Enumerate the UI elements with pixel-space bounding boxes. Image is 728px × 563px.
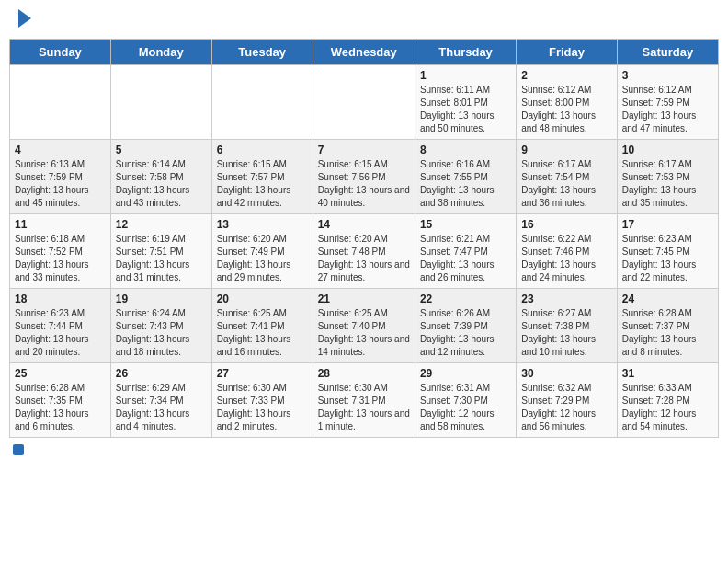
day-number: 6 [217,144,308,156]
calendar-cell: 31Sunrise: 6:33 AM Sunset: 7:28 PM Dayli… [617,363,718,438]
calendar-cell: 30Sunrise: 6:32 AM Sunset: 7:29 PM Dayli… [517,363,617,438]
calendar-week-row: 4Sunrise: 6:13 AM Sunset: 7:59 PM Daylig… [10,140,719,214]
day-info: Sunrise: 6:25 AM Sunset: 7:41 PM Dayligh… [217,307,308,359]
day-number: 27 [217,367,308,380]
day-info: Sunrise: 6:26 AM Sunset: 7:39 PM Dayligh… [420,307,511,359]
calendar-cell [10,65,111,140]
day-info: Sunrise: 6:30 AM Sunset: 7:33 PM Dayligh… [217,382,308,433]
day-number: 15 [420,218,511,231]
day-info: Sunrise: 6:22 AM Sunset: 7:46 PM Dayligh… [521,233,611,284]
day-number: 23 [521,293,611,305]
day-info: Sunrise: 6:12 AM Sunset: 8:00 PM Dayligh… [521,84,611,135]
day-number: 17 [622,218,713,231]
day-info: Sunrise: 6:24 AM Sunset: 7:43 PM Dayligh… [116,307,207,359]
day-info: Sunrise: 6:15 AM Sunset: 7:57 PM Dayligh… [217,158,308,210]
day-info: Sunrise: 6:28 AM Sunset: 7:35 PM Dayligh… [15,382,106,433]
calendar-day-header: Saturday [617,40,718,65]
day-info: Sunrise: 6:19 AM Sunset: 7:51 PM Dayligh… [116,233,207,284]
day-number: 21 [318,293,410,305]
calendar-cell: 1Sunrise: 6:11 AM Sunset: 8:01 PM Daylig… [415,65,516,140]
day-number: 19 [116,293,207,305]
calendar-cell: 5Sunrise: 6:14 AM Sunset: 7:58 PM Daylig… [110,140,211,214]
logo-arrow-icon [18,9,31,28]
calendar-cell: 9Sunrise: 6:17 AM Sunset: 7:54 PM Daylig… [517,140,617,214]
day-info: Sunrise: 6:29 AM Sunset: 7:34 PM Dayligh… [116,382,207,433]
calendar-table: SundayMondayTuesdayWednesdayThursdayFrid… [9,39,719,438]
calendar-cell: 10Sunrise: 6:17 AM Sunset: 7:53 PM Dayli… [617,140,718,214]
day-number: 4 [15,144,106,156]
calendar-cell: 16Sunrise: 6:22 AM Sunset: 7:46 PM Dayli… [517,214,617,289]
day-number: 7 [318,144,410,156]
calendar-cell: 13Sunrise: 6:20 AM Sunset: 7:49 PM Dayli… [211,214,313,289]
day-number: 16 [521,218,611,231]
day-info: Sunrise: 6:16 AM Sunset: 7:55 PM Dayligh… [420,158,511,210]
calendar-cell: 2Sunrise: 6:12 AM Sunset: 8:00 PM Daylig… [517,65,617,140]
day-info: Sunrise: 6:13 AM Sunset: 7:59 PM Dayligh… [15,158,106,210]
page-header [9,9,719,31]
calendar-cell: 11Sunrise: 6:18 AM Sunset: 7:52 PM Dayli… [10,214,111,289]
day-number: 13 [217,218,308,231]
day-number: 14 [318,218,410,231]
calendar-cell: 15Sunrise: 6:21 AM Sunset: 7:47 PM Dayli… [415,214,516,289]
calendar-cell: 20Sunrise: 6:25 AM Sunset: 7:41 PM Dayli… [211,289,313,363]
day-info: Sunrise: 6:27 AM Sunset: 7:38 PM Dayligh… [521,307,611,359]
day-info: Sunrise: 6:20 AM Sunset: 7:48 PM Dayligh… [318,233,410,284]
calendar-header-row: SundayMondayTuesdayWednesdayThursdayFrid… [10,40,719,65]
calendar-day-header: Thursday [415,40,516,65]
day-number: 20 [217,293,308,305]
calendar-cell: 28Sunrise: 6:30 AM Sunset: 7:31 PM Dayli… [313,363,415,438]
calendar-cell: 26Sunrise: 6:29 AM Sunset: 7:34 PM Dayli… [110,363,211,438]
calendar-week-row: 18Sunrise: 6:23 AM Sunset: 7:44 PM Dayli… [10,289,719,363]
day-info: Sunrise: 6:18 AM Sunset: 7:52 PM Dayligh… [15,233,106,284]
logo [17,13,31,28]
day-info: Sunrise: 6:32 AM Sunset: 7:29 PM Dayligh… [521,382,611,433]
day-info: Sunrise: 6:15 AM Sunset: 7:56 PM Dayligh… [318,158,410,210]
calendar-cell: 8Sunrise: 6:16 AM Sunset: 7:55 PM Daylig… [415,140,516,214]
calendar-week-row: 1Sunrise: 6:11 AM Sunset: 8:01 PM Daylig… [10,65,719,140]
calendar-cell: 3Sunrise: 6:12 AM Sunset: 7:59 PM Daylig… [617,65,718,140]
day-info: Sunrise: 6:12 AM Sunset: 7:59 PM Dayligh… [622,84,713,135]
day-info: Sunrise: 6:17 AM Sunset: 7:54 PM Dayligh… [521,158,611,210]
day-number: 1 [420,69,511,82]
calendar-cell: 23Sunrise: 6:27 AM Sunset: 7:38 PM Dayli… [517,289,617,363]
day-number: 31 [622,367,713,380]
calendar-day-header: Friday [517,40,617,65]
day-info: Sunrise: 6:25 AM Sunset: 7:40 PM Dayligh… [318,307,410,359]
calendar-cell: 22Sunrise: 6:26 AM Sunset: 7:39 PM Dayli… [415,289,516,363]
calendar-day-header: Monday [110,40,211,65]
day-number: 5 [116,144,207,156]
day-number: 18 [15,293,106,305]
calendar-day-header: Sunday [10,40,111,65]
day-number: 12 [116,218,207,231]
day-info: Sunrise: 6:28 AM Sunset: 7:37 PM Dayligh… [622,307,713,359]
day-number: 10 [622,144,713,156]
day-number: 26 [116,367,207,380]
day-info: Sunrise: 6:33 AM Sunset: 7:28 PM Dayligh… [622,382,713,433]
calendar-cell [110,65,211,140]
calendar-footer [9,443,719,455]
day-number: 3 [622,69,713,82]
day-number: 29 [420,367,511,380]
calendar-cell: 25Sunrise: 6:28 AM Sunset: 7:35 PM Dayli… [10,363,111,438]
daylight-dot-icon [13,444,24,455]
day-info: Sunrise: 6:30 AM Sunset: 7:31 PM Dayligh… [318,382,410,433]
day-number: 30 [521,367,611,380]
calendar-cell [313,65,415,140]
day-info: Sunrise: 6:11 AM Sunset: 8:01 PM Dayligh… [420,84,511,135]
calendar-week-row: 11Sunrise: 6:18 AM Sunset: 7:52 PM Dayli… [10,214,719,289]
calendar-cell: 4Sunrise: 6:13 AM Sunset: 7:59 PM Daylig… [10,140,111,214]
calendar-week-row: 25Sunrise: 6:28 AM Sunset: 7:35 PM Dayli… [10,363,719,438]
day-number: 9 [521,144,611,156]
day-info: Sunrise: 6:31 AM Sunset: 7:30 PM Dayligh… [420,382,511,433]
day-info: Sunrise: 6:23 AM Sunset: 7:44 PM Dayligh… [15,307,106,359]
day-number: 24 [622,293,713,305]
day-number: 22 [420,293,511,305]
day-info: Sunrise: 6:20 AM Sunset: 7:49 PM Dayligh… [217,233,308,284]
day-number: 8 [420,144,511,156]
calendar-day-header: Wednesday [313,40,415,65]
day-number: 28 [318,367,410,380]
day-number: 11 [15,218,106,231]
day-info: Sunrise: 6:21 AM Sunset: 7:47 PM Dayligh… [420,233,511,284]
calendar-cell: 7Sunrise: 6:15 AM Sunset: 7:56 PM Daylig… [313,140,415,214]
calendar-cell: 27Sunrise: 6:30 AM Sunset: 7:33 PM Dayli… [211,363,313,438]
